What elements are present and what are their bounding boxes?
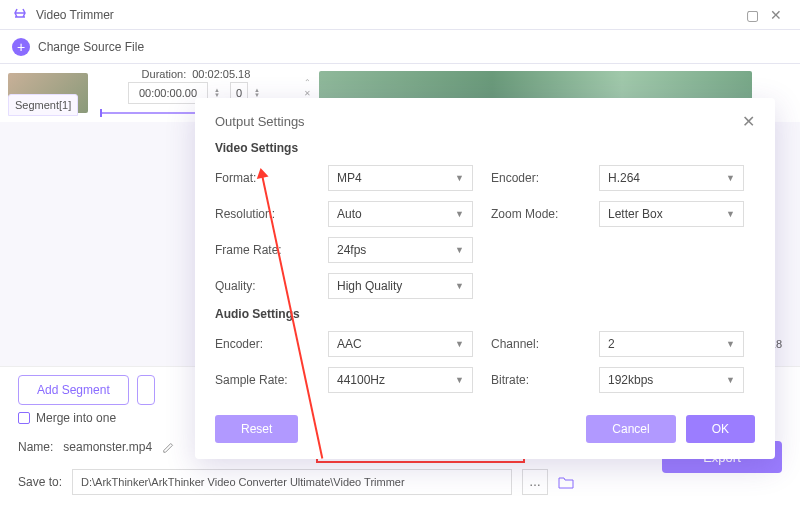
edit-name-icon[interactable] [162, 440, 176, 454]
samplerate-label: Sample Rate: [215, 373, 310, 387]
video-encoder-label: Encoder: [491, 171, 581, 185]
video-settings-heading: Video Settings [215, 141, 755, 155]
toolbar: + Change Source File [0, 30, 800, 64]
duration-label: Duration: [142, 68, 187, 80]
end-spinner[interactable]: ▲▼ [254, 88, 264, 98]
caret-down-icon: ▼ [726, 375, 735, 385]
merge-label: Merge into one [36, 411, 116, 425]
caret-down-icon: ▼ [455, 245, 464, 255]
dialog-close-icon[interactable]: ✕ [742, 112, 755, 131]
video-encoder-select[interactable]: H.264▼ [599, 165, 744, 191]
audio-encoder-label: Encoder: [215, 337, 310, 351]
caret-down-icon: ▼ [455, 375, 464, 385]
file-name: seamonster.mp4 [63, 440, 152, 454]
zoom-mode-select[interactable]: Letter Box▼ [599, 201, 744, 227]
duration-label-row: Duration:00:02:05.18 [142, 68, 251, 80]
output-settings-dialog: Output Settings ✕ Video Settings Format:… [195, 98, 775, 459]
change-source-label[interactable]: Change Source File [38, 40, 144, 54]
caret-down-icon: ▼ [455, 281, 464, 291]
caret-down-icon: ▼ [455, 173, 464, 183]
save-path-input[interactable]: D:\ArkThinker\ArkThinker Video Converter… [72, 469, 512, 495]
bitrate-label: Bitrate: [491, 373, 581, 387]
start-spinner[interactable]: ▲▼ [214, 88, 224, 98]
framerate-select[interactable]: 24fps▼ [328, 237, 473, 263]
add-segment-button[interactable]: Add Segment [18, 375, 129, 405]
samplerate-select[interactable]: 44100Hz▼ [328, 367, 473, 393]
close-icon[interactable]: ✕ [764, 7, 788, 23]
resolution-label: Resolution: [215, 207, 310, 221]
cancel-button[interactable]: Cancel [586, 415, 675, 443]
add-source-button[interactable]: + [12, 38, 30, 56]
audio-encoder-select[interactable]: AAC▼ [328, 331, 473, 357]
resolution-select[interactable]: Auto▼ [328, 201, 473, 227]
zoom-mode-label: Zoom Mode: [491, 207, 581, 221]
quality-select[interactable]: High Quality▼ [328, 273, 473, 299]
quality-label: Quality: [215, 279, 310, 293]
save-to-label: Save to: [18, 475, 62, 489]
caret-down-icon: ▼ [726, 173, 735, 183]
extra-button[interactable] [137, 375, 155, 405]
reset-button[interactable]: Reset [215, 415, 298, 443]
open-folder-icon[interactable] [558, 475, 574, 489]
app-logo-icon [12, 7, 28, 23]
caret-down-icon: ▼ [726, 209, 735, 219]
app-title: Video Trimmer [36, 8, 740, 22]
ok-button[interactable]: OK [686, 415, 755, 443]
browse-path-button[interactable]: … [522, 469, 548, 495]
channel-select[interactable]: 2▼ [599, 331, 744, 357]
format-select[interactable]: MP4▼ [328, 165, 473, 191]
caret-down-icon: ▼ [455, 209, 464, 219]
channel-label: Channel: [491, 337, 581, 351]
dialog-title: Output Settings [215, 114, 305, 129]
framerate-label: Frame Rate: [215, 243, 310, 257]
duration-value: 00:02:05.18 [192, 68, 250, 80]
format-label: Format: [215, 171, 310, 185]
bitrate-select[interactable]: 192kbps▼ [599, 367, 744, 393]
name-label: Name: [18, 440, 53, 454]
titlebar: Video Trimmer ▢ ✕ [0, 0, 800, 30]
segment-tab[interactable]: Segment[1] [8, 94, 78, 116]
audio-settings-heading: Audio Settings [215, 307, 755, 321]
minimize-icon[interactable]: ▢ [740, 7, 764, 23]
caret-down-icon: ▼ [726, 339, 735, 349]
caret-down-icon: ▼ [455, 339, 464, 349]
merge-checkbox[interactable] [18, 412, 30, 424]
